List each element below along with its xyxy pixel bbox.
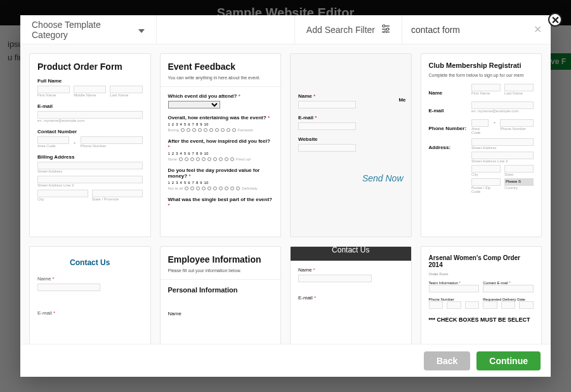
template-title: Employee Information: [168, 254, 273, 265]
field-label: Contact Number: [37, 129, 143, 134]
back-button[interactable]: Back: [424, 351, 470, 370]
field-label: Address:: [429, 145, 467, 150]
field-label: Website: [298, 136, 404, 142]
field-label: Name: [168, 311, 273, 317]
section-heading: Personal Information: [168, 286, 273, 294]
filter-sliders-icon: [381, 24, 390, 35]
template-picker-modal: Choose Template Category Add Search Filt…: [20, 15, 551, 377]
field-hint: First Name: [471, 91, 501, 95]
svg-point-5: [384, 31, 386, 33]
field-label: E-mail *: [298, 115, 404, 121]
field-hint: Middle Name: [74, 93, 106, 97]
field-label: Which event did you attend? *: [168, 93, 273, 99]
field-hint: State / Province: [92, 197, 143, 201]
modal-toolbar: Choose Template Category Add Search Filt…: [20, 15, 551, 44]
checkbox-warning: *** CHECK BOXES MUST BE SELECT: [429, 317, 534, 323]
scale-right: Fantastic: [238, 128, 253, 132]
field-hint: ex: myname@example.com: [471, 109, 534, 113]
category-label: Choose Template Category: [32, 20, 133, 40]
template-subtitle: Order Form: [429, 272, 534, 276]
field-hint: City: [37, 197, 88, 201]
modal-close-button[interactable]: [548, 13, 562, 27]
scale-right: Definitely: [242, 186, 258, 190]
field-hint: Country: [504, 186, 534, 190]
svg-point-3: [386, 28, 389, 30]
clear-search-icon[interactable]: ✕: [534, 23, 542, 36]
template-card[interactable]: Product Order Form Full Name First Name …: [29, 53, 151, 237]
country-select: Please S: [504, 178, 534, 186]
template-card[interactable]: Contact Us Name * E-mail *: [290, 246, 412, 344]
template-card[interactable]: Employee Information Please fill out you…: [160, 246, 282, 344]
send-now-link: Send Now: [362, 173, 404, 183]
caret-down-icon: [138, 25, 145, 35]
template-title: Contact Us: [37, 258, 143, 267]
template-card[interactable]: Club Membership Registrati Complete the …: [421, 53, 542, 237]
modal-footer: Back Continue: [20, 344, 551, 377]
field-label: E-mail: [429, 108, 467, 114]
field-hint: City: [471, 173, 501, 176]
field-label: Billing Address: [37, 154, 143, 160]
field-hint: First Name: [37, 93, 70, 97]
template-card[interactable]: Contact Us Name * E-mail *: [29, 246, 151, 344]
svg-point-1: [383, 25, 385, 27]
field-label: Name *: [37, 276, 143, 282]
template-title: Product Order Form: [37, 62, 143, 72]
field-label: Overall, how entertaining was the event?…: [168, 115, 273, 121]
field-hint: Postal / Zip Code: [471, 186, 501, 193]
field-hint: Last Name: [110, 93, 142, 97]
template-title: Contact Us: [291, 246, 411, 261]
add-filter-label: Add Search Filter: [306, 25, 375, 35]
field-hint: Last Name: [504, 91, 534, 95]
field-hint: Area Code: [471, 127, 489, 134]
search-field-wrap: ✕: [402, 15, 551, 44]
scale-left: Not at all: [168, 186, 183, 190]
template-card[interactable]: Arsenal Women's Comp Order 2014 Order Fo…: [421, 246, 542, 344]
field-hint: ex: myname@example.com: [37, 119, 143, 122]
template-card[interactable]: Name * E-mail * Website Me Send Now: [290, 53, 412, 237]
field-label: Do you feel the day provided value for m…: [168, 167, 273, 179]
field-label: After the event, how inspired did you fe…: [168, 138, 273, 150]
field-hint: Street Address: [471, 146, 534, 150]
scale-right: Fired up!: [236, 157, 251, 161]
template-subtitle: You can write anything in here about the…: [168, 75, 273, 80]
field-hint: Street Address Line 2: [37, 183, 143, 187]
field-label: Phone Number:: [429, 126, 467, 131]
template-card[interactable]: Event Feedback You can write anything in…: [160, 53, 282, 237]
field-hint: Area Code: [37, 144, 69, 148]
toolbar-spacer: [157, 15, 294, 44]
field-hint: Phone Number: [500, 127, 534, 131]
continue-button[interactable]: Continue: [476, 351, 541, 370]
select-stub: [168, 101, 221, 108]
template-title: Arsenal Women's Comp Order 2014: [429, 254, 534, 268]
field-hint: Street Address Line 2: [471, 159, 534, 163]
template-title: Event Feedback: [168, 62, 273, 72]
template-subtitle: Complete the form below to sign up for o…: [429, 73, 534, 77]
search-input[interactable]: [411, 25, 534, 35]
scale-left: None: [168, 157, 177, 161]
field-label: Me: [398, 97, 405, 103]
template-subtitle: Please fill out your information below.: [168, 268, 273, 273]
field-hint: Phone Number: [81, 144, 143, 148]
close-icon: [552, 16, 559, 23]
field-label: What was the single best part of the eve…: [168, 197, 273, 208]
field-label: E-mail *: [37, 310, 143, 316]
category-dropdown[interactable]: Choose Template Category: [20, 15, 157, 44]
field-label: E-mail: [37, 103, 143, 109]
field-label: E-mail *: [298, 295, 404, 301]
add-search-filter-button[interactable]: Add Search Filter: [294, 15, 402, 44]
field-hint: Street Address: [37, 169, 143, 173]
field-hint: State: [504, 173, 534, 176]
field-label: Name *: [298, 93, 404, 99]
scale-left: Boring: [168, 128, 179, 132]
field-label: Name: [429, 90, 467, 96]
field-label: Full Name: [37, 78, 143, 84]
template-title: Club Membership Registrati: [429, 62, 534, 69]
field-label: Name *: [298, 267, 404, 273]
template-gallery: Product Order Form Full Name First Name …: [20, 44, 551, 344]
